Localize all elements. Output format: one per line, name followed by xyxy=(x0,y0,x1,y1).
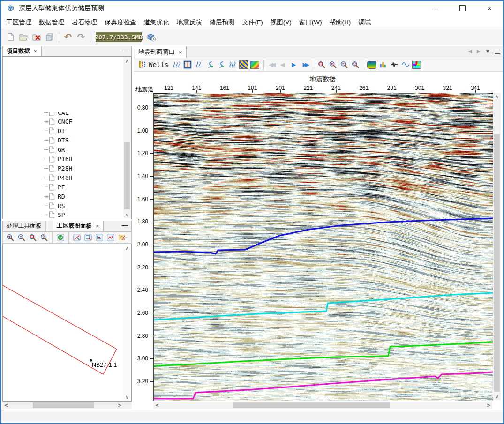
restore-icon[interactable] xyxy=(495,49,500,54)
zoom-out-icon[interactable] xyxy=(16,232,27,243)
menu-item[interactable]: 保真度检查 xyxy=(101,16,140,29)
menu-item[interactable]: 地震反演 xyxy=(173,16,206,29)
sine-wave-icon[interactable] xyxy=(400,60,410,70)
zoom-full-icon[interactable] xyxy=(350,60,360,70)
tab-basemap[interactable]: 工区底图面板 × xyxy=(53,221,104,231)
tree-item-DT[interactable]: DT xyxy=(44,126,65,136)
open-folder-icon[interactable] xyxy=(17,30,30,44)
menu-item[interactable]: 工区管理 xyxy=(2,16,35,29)
menu-item[interactable]: 帮助(H) xyxy=(325,16,354,29)
menu-item[interactable]: 调试 xyxy=(354,16,375,29)
data-clock-icon[interactable] xyxy=(144,30,158,44)
redo-icon[interactable]: ↷ xyxy=(75,30,88,44)
section-vscrollbar-thumb[interactable] xyxy=(494,134,500,392)
histogram-icon[interactable] xyxy=(378,60,388,70)
panel-minimize-button[interactable]: — xyxy=(121,48,128,54)
tree-item-SP[interactable]: SP xyxy=(44,210,65,219)
menu-item[interactable]: 视图(V) xyxy=(267,16,295,29)
s-wave-snap-icon[interactable] xyxy=(216,60,226,70)
scroll-up-icon[interactable]: ∧ xyxy=(123,245,131,252)
tree-item-CAL[interactable]: CAL xyxy=(44,112,68,117)
tab-close-icon[interactable]: × xyxy=(179,49,182,56)
scroll-down-icon[interactable]: ∨ xyxy=(493,393,501,400)
panel-minimize-button[interactable]: — xyxy=(121,223,128,229)
window-remove-tool-icon[interactable] xyxy=(94,232,105,243)
zoom-window-icon[interactable] xyxy=(27,232,38,243)
menu-item[interactable]: 道集优化 xyxy=(140,16,173,29)
scroll-right-icon[interactable]: > xyxy=(485,402,492,409)
tab-seismic-section[interactable]: 地震剖面窗口 × xyxy=(135,46,187,58)
colormap-square-icon[interactable] xyxy=(250,60,260,70)
tab-close-icon[interactable]: × xyxy=(34,48,38,55)
scroll-up-icon[interactable]: ∧ xyxy=(493,93,501,100)
zoom-window-icon[interactable] xyxy=(316,60,326,70)
wiggle-var-icon[interactable] xyxy=(171,60,181,70)
tree-item-P16H[interactable]: P16H xyxy=(44,155,72,164)
scroll-down-icon[interactable]: ∨ xyxy=(123,393,131,401)
nav-next-icon[interactable]: ▶ xyxy=(289,60,299,70)
tree-item-RS[interactable]: RS xyxy=(44,201,65,210)
tab-prev-icon[interactable]: ◀ xyxy=(468,48,472,54)
window-edit-tool-icon[interactable] xyxy=(83,232,94,243)
scroll-right-icon[interactable]: > xyxy=(116,402,123,409)
tab-close-icon[interactable]: × xyxy=(96,223,99,230)
tab-processing-tools[interactable]: 处理工具面板 xyxy=(3,221,46,231)
tree-vscrollbar[interactable]: ∧ ∨ xyxy=(123,57,131,218)
wiggle-icon[interactable] xyxy=(194,60,203,70)
map-vscrollbar[interactable]: ∧ ∨ xyxy=(123,245,131,401)
minimize-button[interactable]: — xyxy=(421,1,449,15)
tree-vscrollbar-thumb[interactable] xyxy=(124,142,130,209)
layer-check-icon[interactable] xyxy=(55,232,66,243)
tree-item-CNCF[interactable]: CNCF xyxy=(44,117,72,126)
notes-tool-icon[interactable] xyxy=(116,232,128,243)
scroll-down-icon[interactable]: ∨ xyxy=(123,211,131,218)
new-file-icon[interactable] xyxy=(4,30,17,44)
menu-item[interactable]: 储层预测 xyxy=(206,16,239,29)
menu-item[interactable]: 窗口(W) xyxy=(295,16,326,29)
gradient-scale-icon[interactable] xyxy=(367,60,376,70)
section-vscrollbar[interactable]: ∧ ∨ xyxy=(493,93,501,400)
zoom-in-icon[interactable] xyxy=(5,232,16,243)
tree-item-RD[interactable]: RD xyxy=(44,192,65,201)
scroll-left-icon[interactable]: < xyxy=(153,402,161,409)
menu-item[interactable]: 数据管理 xyxy=(35,16,68,29)
maximize-button[interactable] xyxy=(449,1,476,15)
zoom-in-icon[interactable] xyxy=(328,60,338,70)
undo-icon[interactable]: ↶ xyxy=(61,30,75,44)
nav-prev-icon[interactable]: ◀ xyxy=(278,60,287,70)
zoom-full-icon[interactable] xyxy=(38,232,50,243)
menu-item[interactable]: 文件(F) xyxy=(239,16,267,29)
tab-project-data[interactable]: 项目数据 × xyxy=(3,46,42,56)
tree-item-P28H[interactable]: P28H xyxy=(44,164,72,173)
map-hscrollbar[interactable]: < > xyxy=(2,402,132,409)
nav-first-icon[interactable]: ◀◀ xyxy=(266,60,276,70)
map-hscrollbar-thumb[interactable] xyxy=(33,402,94,408)
tab-next-icon[interactable]: ▶ xyxy=(477,48,481,54)
menu-item[interactable]: 岩石物理 xyxy=(68,16,101,29)
curve-tool-icon[interactable] xyxy=(105,232,116,243)
frame-seis-icon[interactable] xyxy=(182,60,192,70)
wells-icon[interactable] xyxy=(137,60,147,70)
tree-item-GR[interactable]: GR xyxy=(44,145,65,155)
color-star-icon[interactable] xyxy=(412,60,421,70)
tree-item-P40H[interactable]: P40H xyxy=(44,173,72,182)
close-project-icon[interactable] xyxy=(30,30,43,44)
zoom-out-icon[interactable] xyxy=(339,60,349,70)
basemap-canvas[interactable] xyxy=(3,244,121,401)
seismic-canvas[interactable] xyxy=(153,93,493,401)
s-wave-pick-icon[interactable] xyxy=(205,60,215,70)
close-button[interactable]: × xyxy=(476,1,503,15)
section-hscrollbar[interactable]: < > xyxy=(153,402,492,409)
stripes-icon[interactable] xyxy=(239,60,248,70)
survey-line-tool-icon[interactable] xyxy=(71,232,83,243)
section-hscrollbar-thumb[interactable] xyxy=(233,402,390,408)
scroll-left-icon[interactable]: < xyxy=(2,402,10,409)
save-all-icon[interactable] xyxy=(43,30,56,44)
tree-item-PE[interactable]: PE xyxy=(44,182,65,192)
nav-last-icon[interactable]: ▶▶ xyxy=(300,60,310,70)
tab-list-icon[interactable]: ▼ xyxy=(485,49,490,54)
tree-item-DTS[interactable]: DTS xyxy=(44,136,68,145)
wavelet-icon[interactable] xyxy=(389,60,399,70)
scroll-up-icon[interactable]: ∧ xyxy=(123,57,131,65)
wiggle-dense-icon[interactable] xyxy=(227,60,237,70)
